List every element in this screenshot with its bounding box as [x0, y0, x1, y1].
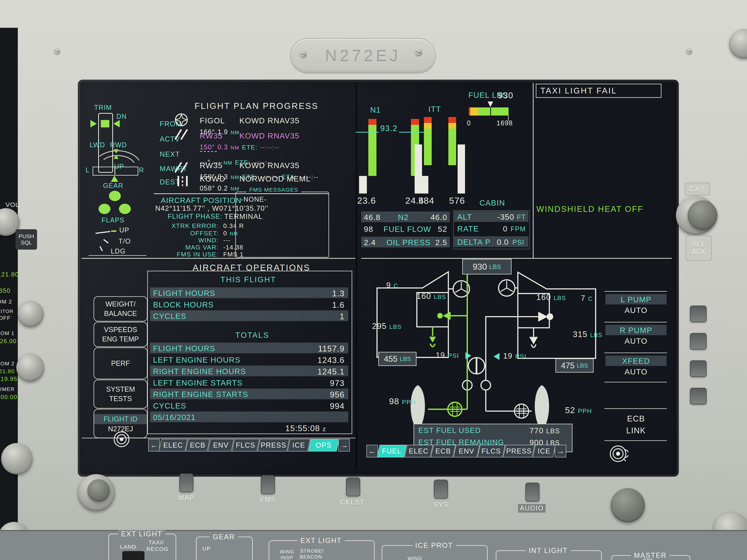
tabs-left-next[interactable]: → — [338, 439, 350, 452]
fpp-dest-route: NORWOOD MEML — [239, 175, 311, 183]
right-psi: 19 PSI — [503, 351, 526, 361]
qty-value: 315 — [573, 330, 588, 339]
push-sql-button[interactable]: PUSH SQL — [16, 229, 37, 250]
arrow-right-icon: → — [340, 441, 348, 450]
right-bezel-key2[interactable] — [690, 333, 706, 350]
itt-right-value: 576 — [449, 195, 465, 206]
temp-unit: C — [588, 295, 593, 302]
acpos-title: AIRCRAFT POSITION — [161, 196, 241, 205]
left-tabrow-line — [81, 438, 355, 438]
temp-value: 9 — [386, 281, 391, 290]
tf-row2-label: CYCLES — [153, 312, 186, 321]
fms-key[interactable] — [261, 475, 275, 494]
ete-value: --:--:-- — [260, 144, 279, 151]
tot-row4-value: 956 — [289, 390, 344, 399]
ecb-link-button[interactable]: ECB — [606, 414, 667, 423]
unit-pph: PPH — [402, 399, 416, 406]
aileron-trim-marker — [111, 176, 118, 182]
right-bezel-key3[interactable] — [690, 361, 706, 377]
tab-elec-r[interactable]: ELEC — [405, 445, 433, 457]
tab-ice[interactable]: ICE — [287, 439, 310, 452]
tail-number: N272EJ — [325, 47, 401, 65]
temp-value: 7 — [581, 294, 586, 302]
est-used-label: EST FUEL USED — [418, 426, 481, 435]
ack-label: ACK — [692, 248, 705, 256]
flaps-to-label: T/O — [119, 237, 131, 245]
right-bezel-key4[interactable] — [690, 388, 706, 404]
nameplate-screw-left — [300, 51, 307, 58]
tab-ice-r[interactable]: ICE — [533, 445, 556, 457]
left-knob-upper[interactable] — [18, 301, 44, 327]
tab-press-r[interactable]: PRESS — [503, 445, 535, 457]
softkey-weight-balance[interactable]: WEIGHT/ BALANCE — [94, 296, 148, 321]
xfeed-label[interactable]: XFEED — [606, 357, 667, 366]
cklst-key[interactable] — [346, 477, 360, 496]
rudder-rwd-label: RWD — [110, 141, 127, 149]
tot-row0-value: 1157.9 — [289, 344, 344, 353]
tabs-left-prev[interactable]: ← — [148, 439, 160, 452]
edge-frag: OFF — [0, 315, 11, 321]
tab-flcs[interactable]: FLCS — [232, 439, 260, 452]
fpp-actv-route: KOWD RNAV35 — [239, 132, 300, 140]
cas-bezel-label: CAS — [689, 185, 705, 193]
unit-lbs: LBS — [577, 362, 588, 369]
right-tank-temp: 7 C — [581, 294, 593, 302]
left-wing-qty: 295 LBS — [372, 321, 402, 331]
acpos-f2-value: --- — [223, 237, 231, 244]
left-knob-bottom1[interactable] — [1, 443, 33, 475]
tab-label: ENV — [213, 441, 229, 449]
softkey-system-tests[interactable]: SYSTEM TESTS — [94, 380, 148, 408]
int-light-label: INT LIGHT — [526, 547, 571, 555]
land-switch[interactable] — [122, 551, 145, 560]
tab-env[interactable]: ENV — [208, 439, 234, 452]
tab-flcs-r[interactable]: FLCS — [478, 445, 505, 457]
cklst-key-label: CKLST — [340, 499, 364, 506]
tabs-right-next[interactable]: → — [555, 445, 566, 457]
flight-id-label: FLIGHT ID — [94, 414, 147, 424]
tf-row0-label: FLIGHT HOURS — [153, 289, 215, 298]
map-key[interactable] — [179, 473, 194, 492]
softkey-vspeeds-engtemp[interactable]: VSPEEDS ENG TEMP — [94, 322, 148, 347]
cas-bezel-button[interactable]: CAS — [685, 183, 710, 195]
top-right-knob[interactable] — [729, 29, 747, 58]
tab-ecb[interactable]: ECB — [185, 439, 210, 452]
sel-ack-button[interactable]: SEL ACK — [686, 236, 712, 261]
strobe-label: STROBE/ — [300, 548, 324, 554]
softkey-label: PERF — [111, 359, 130, 367]
bottom-right-knob[interactable] — [611, 488, 645, 523]
psi-value: 19 — [503, 351, 513, 361]
tab-env-r[interactable]: ENV — [453, 445, 480, 457]
audio-key[interactable] — [525, 483, 540, 502]
right-bezel-key1[interactable] — [690, 305, 706, 322]
tab-label: ELEC — [163, 441, 183, 449]
tab-ops-selected[interactable]: OPS — [308, 439, 339, 452]
ecb-link-button2[interactable]: LINK — [606, 426, 667, 435]
cas-advisory-text: WINDSHIELD HEAT OFF — [536, 205, 643, 214]
rpump-label[interactable]: R PUMP — [606, 326, 667, 335]
fuel-tape — [469, 107, 509, 115]
unit-nm: NM — [231, 186, 239, 192]
tab-press[interactable]: PRESS — [257, 439, 289, 452]
fpp-mawpt-route: KOWD RNAV35 — [239, 161, 300, 170]
tab-ecb-r[interactable]: ECB — [431, 445, 456, 457]
unit-lbs: LBS — [553, 295, 566, 301]
mid-divider-left — [81, 258, 355, 259]
flaps-label: FLAPS — [102, 216, 125, 224]
itt-left-value: 584 — [418, 195, 434, 206]
tab-elec[interactable]: ELEC — [159, 439, 188, 452]
fuel-total-value: 930 — [473, 262, 487, 272]
qty-value: 455 — [384, 354, 397, 364]
tab-fuel-selected[interactable]: FUEL — [377, 445, 407, 457]
lpump-label[interactable]: L PUMP — [606, 295, 667, 304]
tabs-right-prev[interactable]: ← — [366, 445, 378, 457]
course: 058° — [200, 184, 215, 192]
insp-label: INSP — [281, 555, 293, 560]
left-tank-temp: 9 C — [386, 281, 398, 290]
edge-frag: 119.95 — [0, 376, 18, 382]
unit-psi: PSI — [448, 352, 459, 359]
sys-key[interactable] — [434, 480, 448, 499]
fpp-from-route: KOWD RNAV35 — [239, 116, 300, 125]
softkey-perf[interactable]: PERF — [94, 347, 148, 379]
left-knob-lower[interactable] — [16, 354, 44, 381]
unit-nm: NM — [231, 145, 239, 151]
